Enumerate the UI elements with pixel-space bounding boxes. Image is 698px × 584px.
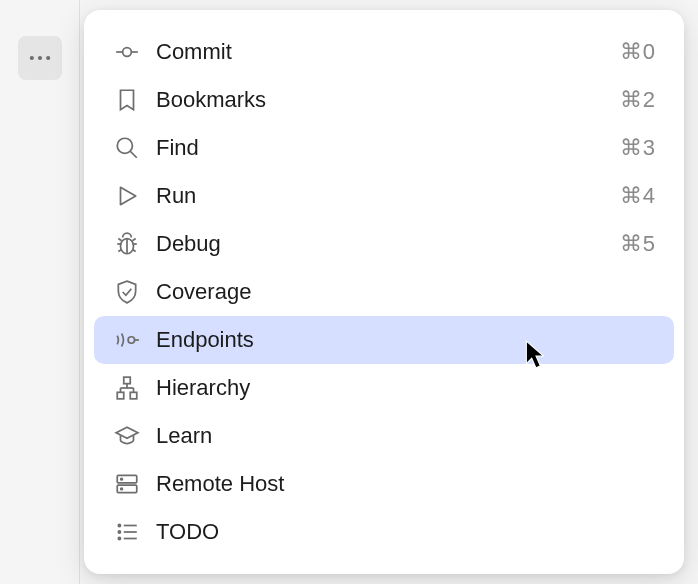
menu-item-find[interactable]: Find ⌘3 [94,124,674,172]
menu-item-label: Commit [156,39,620,65]
more-button[interactable] [18,36,62,80]
menu-item-todo[interactable]: TODO [94,508,674,556]
menu-item-bookmarks[interactable]: Bookmarks ⌘2 [94,76,674,124]
svg-line-14 [132,239,135,241]
shield-check-icon [112,277,142,307]
svg-point-0 [30,56,34,60]
menu-item-shortcut: ⌘3 [620,135,656,161]
svg-rect-21 [130,392,137,399]
svg-line-16 [132,249,135,251]
menu-item-label: Find [156,135,620,161]
menu-item-label: Debug [156,231,620,257]
menu-item-label: Remote Host [156,471,656,497]
svg-point-6 [117,138,132,153]
svg-point-32 [118,531,120,533]
bookmark-icon [112,85,142,115]
endpoints-icon [112,325,142,355]
menu-item-label: Learn [156,423,656,449]
svg-rect-19 [124,377,131,384]
list-icon [112,517,142,547]
menu-item-commit[interactable]: Commit ⌘0 [94,28,674,76]
menu-item-shortcut: ⌘5 [620,231,656,257]
menu-item-endpoints[interactable]: Endpoints [94,316,674,364]
svg-point-29 [121,488,123,490]
svg-rect-20 [117,392,124,399]
server-icon [112,469,142,499]
play-icon [112,181,142,211]
context-menu: Commit ⌘0 Bookmarks ⌘2 Find ⌘3 Run ⌘4 De… [84,10,684,574]
svg-line-7 [130,151,137,158]
search-icon [112,133,142,163]
menu-item-hierarchy[interactable]: Hierarchy [94,364,674,412]
menu-item-label: Endpoints [156,327,656,353]
svg-point-30 [118,524,120,526]
menu-item-label: Coverage [156,279,656,305]
left-gutter [0,0,80,584]
bug-icon [112,229,142,259]
menu-item-learn[interactable]: Learn [94,412,674,460]
svg-point-28 [121,478,123,480]
menu-item-shortcut: ⌘4 [620,183,656,209]
menu-item-remote-host[interactable]: Remote Host [94,460,674,508]
svg-point-34 [118,537,120,539]
menu-item-shortcut: ⌘2 [620,87,656,113]
menu-item-label: TODO [156,519,656,545]
menu-item-shortcut: ⌘0 [620,39,656,65]
svg-line-13 [118,239,121,241]
svg-point-2 [46,56,50,60]
svg-point-1 [38,56,42,60]
menu-item-label: Bookmarks [156,87,620,113]
menu-item-label: Hierarchy [156,375,656,401]
menu-item-label: Run [156,183,620,209]
svg-point-17 [128,337,135,344]
menu-item-coverage[interactable]: Coverage [94,268,674,316]
svg-point-4 [123,48,132,57]
svg-marker-8 [121,187,136,204]
menu-item-run[interactable]: Run ⌘4 [94,172,674,220]
ellipsis-icon [26,44,54,72]
menu-item-debug[interactable]: Debug ⌘5 [94,220,674,268]
commit-icon [112,37,142,67]
hierarchy-icon [112,373,142,403]
graduation-icon [112,421,142,451]
svg-line-15 [118,249,121,251]
